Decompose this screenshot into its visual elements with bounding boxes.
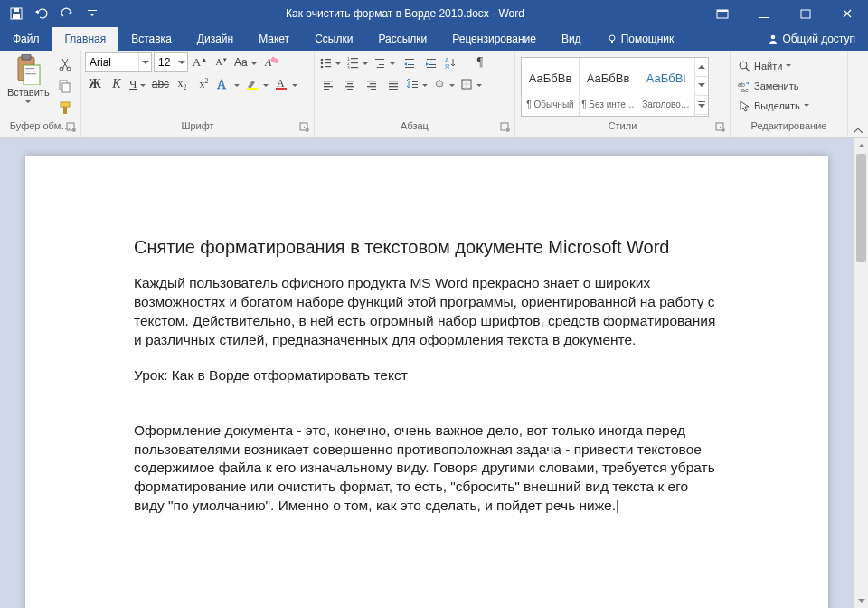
minimize-button[interactable] (743, 0, 785, 27)
tab-tellme[interactable]: Помощник (594, 27, 687, 51)
strikethrough-button[interactable]: abc (150, 74, 170, 94)
font-size-input[interactable] (155, 56, 175, 69)
close-button[interactable] (826, 0, 868, 27)
tab-review[interactable]: Рецензирование (439, 27, 549, 51)
grow-font-button[interactable]: A▲ (190, 52, 210, 72)
svg-line-83 (746, 68, 750, 71)
font-size-combo[interactable] (154, 52, 188, 72)
chevron-down-icon[interactable] (175, 53, 187, 71)
align-right-button[interactable] (362, 74, 382, 94)
styles-down-button[interactable] (695, 77, 708, 96)
tab-home[interactable]: Главная (52, 27, 119, 51)
subscript-button[interactable]: x2 (172, 74, 192, 94)
tab-layout[interactable]: Макет (246, 27, 302, 51)
chevron-down-icon (363, 56, 368, 69)
tab-references[interactable]: Ссылки (302, 27, 365, 51)
redo-button[interactable] (54, 1, 80, 26)
tab-file[interactable]: Файл (0, 27, 52, 51)
paragraph-launcher[interactable] (500, 122, 513, 135)
svg-rect-68 (371, 89, 376, 90)
line-spacing-button[interactable] (405, 74, 430, 94)
format-painter-button[interactable] (55, 98, 75, 118)
document-page[interactable]: Снятие форматирования в текстовом докуме… (25, 156, 828, 608)
svg-rect-36 (325, 66, 331, 67)
svg-rect-25 (270, 56, 278, 63)
chevron-down-icon (449, 78, 455, 90)
increase-indent-button[interactable] (421, 52, 441, 72)
scroll-up-button[interactable] (854, 138, 868, 152)
chevron-down-icon (390, 56, 395, 69)
styles-expand-button[interactable] (695, 96, 708, 115)
replace-button[interactable]: abacЗаменить (734, 76, 813, 95)
copy-button[interactable] (55, 76, 75, 96)
styles-launcher[interactable] (715, 122, 728, 135)
chevron-down-icon[interactable] (138, 53, 151, 71)
align-left-button[interactable] (318, 74, 338, 94)
styles-up-button[interactable] (695, 58, 708, 77)
tab-insert[interactable]: Вставка (118, 27, 184, 51)
font-launcher[interactable] (299, 122, 312, 135)
sort-button[interactable]: AЯ (443, 52, 468, 72)
borders-button[interactable] (459, 74, 485, 94)
svg-rect-75 (412, 87, 418, 88)
scroll-down-button[interactable] (854, 594, 868, 608)
tab-view[interactable]: Вид (549, 27, 594, 51)
tab-share[interactable]: Общий доступ (755, 27, 868, 51)
ribbon-display-button[interactable] (702, 0, 743, 27)
collapse-ribbon-button[interactable] (848, 51, 868, 137)
svg-rect-70 (389, 83, 398, 84)
bold-button[interactable]: Ж (85, 74, 105, 94)
qat-customize-button[interactable] (80, 1, 105, 26)
clear-formatting-button[interactable]: A (261, 52, 281, 72)
style-normal[interactable]: АаБбВв¶ Обычный (522, 58, 580, 116)
align-center-button[interactable] (340, 74, 360, 94)
font-color-button[interactable]: A (273, 74, 300, 94)
text-effects-button[interactable]: A (215, 74, 242, 94)
scrollbar-thumb[interactable] (856, 154, 866, 262)
vertical-scrollbar[interactable] (854, 138, 868, 608)
save-button[interactable] (4, 1, 29, 26)
undo-button[interactable] (29, 1, 54, 26)
maximize-button[interactable] (785, 0, 826, 27)
font-name-combo[interactable] (85, 52, 152, 72)
decrease-indent-button[interactable] (400, 52, 420, 72)
tab-tellme-label: Помощник (621, 33, 675, 45)
shrink-font-button[interactable]: A▼ (212, 52, 231, 72)
italic-button[interactable]: К (107, 74, 127, 94)
svg-point-82 (740, 62, 747, 69)
group-styles-label: Стили (519, 120, 726, 137)
numbering-button[interactable]: 123 (345, 52, 371, 72)
paste-button[interactable]: Вставить (4, 52, 53, 105)
highlight-button[interactable] (244, 74, 271, 94)
svg-rect-9 (611, 41, 613, 43)
svg-rect-5 (717, 10, 728, 12)
tab-design[interactable]: Дизайн (184, 27, 246, 51)
svg-rect-74 (412, 84, 418, 85)
clipboard-launcher[interactable] (66, 122, 79, 135)
show-marks-button[interactable]: ¶ (470, 52, 490, 72)
shading-button[interactable] (432, 74, 458, 94)
document-area: Снятие форматирования в текстовом докуме… (0, 138, 868, 608)
font-name-input[interactable] (86, 56, 138, 69)
tab-mailings[interactable]: Рассылки (365, 27, 439, 51)
superscript-button[interactable]: x2 (193, 74, 213, 94)
svg-rect-58 (324, 83, 330, 84)
find-button[interactable]: Найти (734, 56, 813, 75)
chevron-down-icon (263, 78, 269, 90)
styles-gallery[interactable]: АаБбВв¶ Обычный АаБбВв¶ Без инте… АаБбВі… (521, 57, 709, 117)
underline-button[interactable]: Ч (128, 74, 148, 94)
tab-share-label: Общий доступ (782, 33, 855, 45)
svg-text:3: 3 (347, 65, 350, 69)
svg-point-35 (321, 66, 324, 69)
change-case-button[interactable]: Aa (233, 52, 259, 72)
multilevel-button[interactable] (373, 52, 398, 72)
cut-button[interactable] (55, 54, 75, 74)
style-heading1[interactable]: АаБбВіЗаголово… (637, 58, 695, 116)
svg-rect-80 (698, 101, 705, 102)
select-button[interactable]: Выделить (734, 96, 813, 115)
svg-rect-46 (377, 67, 384, 68)
bullets-button[interactable] (318, 52, 344, 72)
style-no-spacing[interactable]: АаБбВв¶ Без инте… (580, 58, 637, 116)
document-scroll[interactable]: Снятие форматирования в текстовом докуме… (0, 138, 854, 608)
justify-button[interactable] (383, 74, 403, 94)
